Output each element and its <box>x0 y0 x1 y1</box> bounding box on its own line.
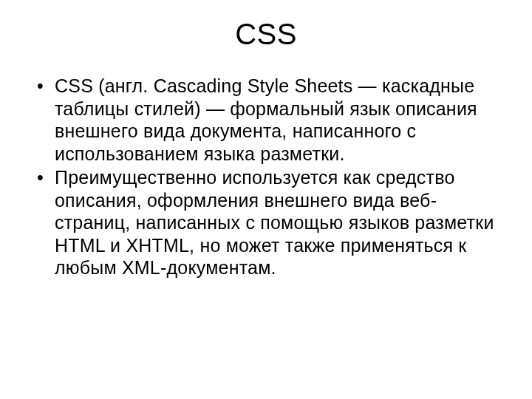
list-item: Преимущественно используется как средств… <box>34 166 498 279</box>
list-item: CSS (англ. Cascading Style Sheets — каск… <box>34 75 498 165</box>
slide-content: CSS (англ. Cascading Style Sheets — каск… <box>30 75 502 279</box>
bullet-list: CSS (англ. Cascading Style Sheets — каск… <box>34 75 498 279</box>
slide-title: CSS <box>30 18 502 51</box>
